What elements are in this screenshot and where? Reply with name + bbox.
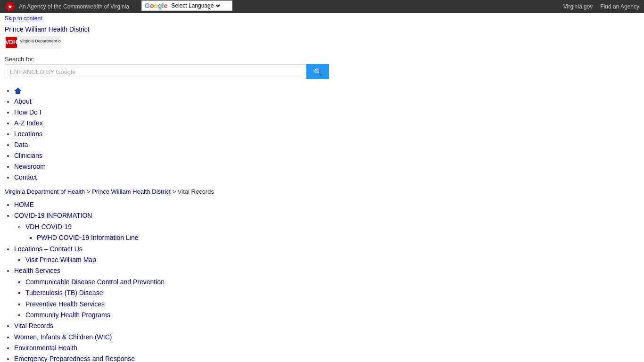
- search-button[interactable]: 🔍: [306, 64, 329, 79]
- svg-text:Virginia Department of Health: Virginia Department of Health: [20, 39, 61, 43]
- subnav-tb-link[interactable]: Tuberculosis (TB) Disease: [25, 289, 103, 296]
- search-container: Search for: 🔍: [0, 54, 644, 83]
- subnav-healthservices-link[interactable]: Health Services: [14, 267, 60, 274]
- breadcrumb: Virginia Department of Health > Prince W…: [0, 185, 644, 198]
- header: Prince William Health District VDH Virgi…: [0, 23, 644, 54]
- svg-marker-6: [14, 88, 22, 94]
- subnav-item-covid[interactable]: COVID-19 INFORMATION VDH COVID-19 PWHD C…: [14, 210, 639, 243]
- site-title-link[interactable]: Prince William Health District: [5, 25, 639, 33]
- nav-item-locations[interactable]: Locations: [14, 129, 639, 139]
- top-bar-left: ★ An Agency of the Commonwealth of Virgi…: [5, 1, 129, 12]
- subnav-pwhdcovid-link[interactable]: PWHD COVID-19 Information Line: [37, 234, 139, 241]
- nav-item-azindex[interactable]: A-Z Index: [14, 118, 639, 128]
- subnav-item-tb[interactable]: Tuberculosis (TB) Disease: [25, 288, 639, 298]
- subnav-envhealth-link[interactable]: Environmental Health: [14, 344, 77, 352]
- subnav-communicable-link[interactable]: Communicable Disease Control and Prevent…: [25, 278, 165, 286]
- vdh-logo: VDH Virginia Department of Health: [5, 36, 639, 49]
- subnav-list: HOME COVID-19 INFORMATION VDH COVID-19 P…: [5, 199, 639, 362]
- subnav-item-communicable[interactable]: Communicable Disease Control and Prevent…: [25, 277, 639, 287]
- subnav-map-link[interactable]: Visit Prince William Map: [25, 256, 96, 263]
- agency-text: An Agency of the Commonwealth of Virgini…: [19, 3, 129, 10]
- subnav-covid-link[interactable]: COVID-19 INFORMATION: [14, 212, 92, 219]
- subnav-item-wic[interactable]: Women, Infants & Children (WIC): [14, 332, 639, 342]
- subnav-item-pwhdcovid[interactable]: PWHD COVID-19 Information Line: [37, 232, 639, 243]
- subnav-item-healthservices[interactable]: Health Services Communicable Disease Con…: [14, 265, 639, 320]
- subnav-vdhcovid-children: PWHD COVID-19 Information Line: [25, 232, 639, 243]
- nav-item-home[interactable]: [14, 86, 639, 96]
- vdh-logo-icon: VDH Virginia Department of Health: [5, 36, 61, 49]
- nav-howdoi-link[interactable]: How Do I: [14, 108, 41, 116]
- breadcrumb-current: Vital Records: [178, 188, 214, 195]
- nav-azindex-link[interactable]: A-Z Index: [14, 119, 43, 127]
- nav-clinicians-link[interactable]: Clinicians: [14, 152, 42, 159]
- subnav-item-emergency[interactable]: Emergency Preparedness and Response: [14, 354, 639, 362]
- subnav-item-community[interactable]: Community Health Programs: [25, 310, 639, 320]
- breadcrumb-district-link[interactable]: Prince William Health District: [92, 188, 171, 195]
- nav-data-link[interactable]: Data: [14, 141, 28, 148]
- subnav-wic-link[interactable]: Women, Infants & Children (WIC): [14, 333, 112, 341]
- subnav-item-vdhcovid[interactable]: VDH COVID-19 PWHD COVID-19 Information L…: [25, 222, 639, 243]
- subnav-covid-children: VDH COVID-19 PWHD COVID-19 Information L…: [14, 222, 639, 243]
- subnav-item-locations[interactable]: Locations – Contact Us Visit Prince Will…: [14, 244, 639, 265]
- subnav-community-link[interactable]: Community Health Programs: [25, 311, 110, 319]
- subnav-preventive-link[interactable]: Preventive Health Services: [25, 300, 105, 308]
- subnav-item-home[interactable]: HOME: [14, 199, 639, 210]
- find-agency-link[interactable]: Find an Agency: [600, 3, 639, 10]
- breadcrumb-sep1: >: [87, 188, 92, 195]
- nav-item-newsroom[interactable]: Newsroom: [14, 162, 639, 172]
- subnav-locations-link[interactable]: Locations – Contact Us: [14, 245, 83, 253]
- nav-section: About How Do I A-Z Index Locations Data …: [0, 83, 644, 185]
- search-input[interactable]: [5, 64, 306, 79]
- nav-item-clinicians[interactable]: Clinicians: [14, 151, 639, 161]
- nav-item-contact[interactable]: Contact: [14, 173, 639, 182]
- nav-home-link[interactable]: [14, 87, 22, 94]
- subnav-item-vitalrecords[interactable]: Vital Records: [14, 321, 639, 331]
- skip-to-content-link[interactable]: Skip to content: [5, 15, 42, 22]
- subnav-section: HOME COVID-19 INFORMATION VDH COVID-19 P…: [0, 198, 644, 362]
- nav-newsroom-link[interactable]: Newsroom: [14, 163, 46, 170]
- nav-list: About How Do I A-Z Index Locations Data …: [5, 86, 639, 182]
- nav-item-data[interactable]: Data: [14, 140, 639, 150]
- subnav-item-map[interactable]: Visit Prince William Map: [25, 255, 639, 265]
- agency-icon: ★: [5, 1, 15, 12]
- translate-widget[interactable]: Google Select Language ▼: [141, 0, 232, 11]
- svg-text:★: ★: [8, 4, 13, 9]
- subnav-locations-children: Visit Prince William Map: [14, 255, 639, 265]
- home-icon: [14, 88, 22, 94]
- nav-contact-link[interactable]: Contact: [14, 173, 37, 181]
- subnav-emergency-link[interactable]: Emergency Preparedness and Response: [14, 355, 135, 362]
- dropdown-arrow-icon: ▼: [223, 2, 229, 9]
- breadcrumb-sep2: >: [173, 188, 178, 195]
- subnav-item-envhealth[interactable]: Environmental Health: [14, 343, 639, 353]
- search-row: 🔍: [5, 64, 639, 79]
- top-bar-right: Virginia.gov Find an Agency: [563, 3, 639, 10]
- subnav-vitalrecords-link[interactable]: Vital Records: [14, 322, 53, 329]
- google-icon: Google: [145, 2, 167, 9]
- svg-text:VDH: VDH: [5, 39, 17, 46]
- nav-locations-link[interactable]: Locations: [14, 130, 42, 138]
- breadcrumb-vdh-link[interactable]: Virginia Department of Health: [5, 188, 85, 195]
- subnav-home-link[interactable]: HOME: [14, 201, 34, 208]
- language-select[interactable]: Select Language: [169, 2, 222, 9]
- subnav-healthservices-children: Communicable Disease Control and Prevent…: [14, 277, 639, 321]
- search-label: Search for:: [5, 56, 639, 63]
- nav-item-about[interactable]: About: [14, 97, 639, 107]
- nav-about-link[interactable]: About: [14, 98, 32, 105]
- virginia-gov-link[interactable]: Virginia.gov: [563, 3, 593, 10]
- nav-item-howdoi[interactable]: How Do I: [14, 107, 639, 117]
- subnav-item-preventive[interactable]: Preventive Health Services: [25, 299, 639, 309]
- subnav-vdhcovid-link[interactable]: VDH COVID-19: [25, 223, 72, 230]
- top-bar: ★ An Agency of the Commonwealth of Virgi…: [0, 0, 644, 13]
- search-icon: 🔍: [313, 68, 322, 76]
